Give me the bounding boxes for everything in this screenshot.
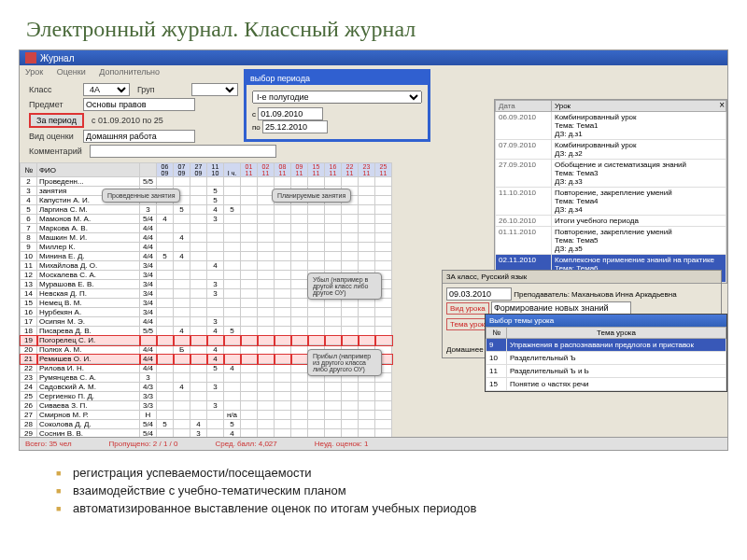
comment-input[interactable] xyxy=(90,145,276,158)
lessons-panel: × ДатаУрок 06.09.2010Комбинированный уро… xyxy=(494,99,727,284)
status-total: Всего: 35 чел xyxy=(25,440,72,448)
date-header: Дата xyxy=(496,101,552,112)
topic-dialog-title: Выбор темы урока xyxy=(486,315,726,327)
to-date[interactable] xyxy=(262,120,328,133)
comment-label: Комментарий xyxy=(29,147,82,156)
bullet: взаимодействие с учебно-тематическим пла… xyxy=(56,482,691,499)
table-row[interactable]: 24Садовский А. М.4/343 xyxy=(21,383,392,392)
topic-row[interactable]: 9Упражнения в распознавании предлогов и … xyxy=(486,339,726,352)
to-label: по xyxy=(252,123,261,132)
menu-item[interactable]: Дополнительно xyxy=(99,67,160,77)
period-text: с 01.09.2010 по 25 xyxy=(92,116,163,125)
subject-label: Предмет xyxy=(29,100,76,109)
lesson-row[interactable]: 27.09.2010Обобщение и систематизация зна… xyxy=(496,160,726,188)
period-button[interactable]: За период xyxy=(29,113,84,128)
group-label: Груп xyxy=(137,85,184,94)
window-title: Журнал xyxy=(40,53,75,63)
table-row[interactable]: 11Михайлова Д. О.3/44 xyxy=(21,261,392,271)
lesson-row[interactable]: 06.09.2010Комбинированный урок Тема: Тем… xyxy=(496,112,726,140)
slide-title: Электронный журнал. Классный журнал xyxy=(0,0,747,49)
table-row[interactable]: 15Немец В. М.3/4 xyxy=(21,299,392,308)
titlebar: Журнал xyxy=(20,50,727,65)
callout-planned: Планируемые занятия xyxy=(272,189,351,203)
callout-done: Проведенные занятия xyxy=(102,189,180,203)
lesson-row[interactable]: 07.09.2010Комбинированный урок ДЗ: д.з2 xyxy=(496,140,726,160)
table-row[interactable]: 10Минина Е. Д.4/454 xyxy=(21,252,392,261)
table-row[interactable]: 27Смирнов М. Р.Нн/а xyxy=(21,411,392,420)
status-avg: Сред. балл: 4,027 xyxy=(215,440,276,448)
lesson-date[interactable] xyxy=(446,287,512,301)
table-row[interactable]: 19Погорелец С. И. xyxy=(21,336,392,345)
class-label: Класс xyxy=(29,85,76,94)
gradetype-label: Вид оценки xyxy=(29,132,76,141)
topic-row[interactable]: 10Разделительный Ъ xyxy=(486,352,726,365)
status-missed: Пропущено: 2 / 1 / 0 xyxy=(109,440,178,448)
from-label: с xyxy=(252,110,256,119)
lesson-edit-header: 3А класс, Русский язык xyxy=(443,271,721,284)
lessontype-label: Вид урока xyxy=(446,302,489,315)
lesson-header: Урок xyxy=(552,101,726,112)
group-select[interactable] xyxy=(191,83,238,96)
teacher-label: Преподаватель: xyxy=(514,290,570,299)
table-row[interactable]: 25Сергиенко П. Д.3/3 xyxy=(21,392,392,401)
period-select[interactable]: I-е полугодие xyxy=(252,91,422,104)
callout-arrived: Прибыл (например из другого класса либо … xyxy=(307,349,382,376)
close-icon[interactable]: × xyxy=(719,100,725,110)
class-select[interactable]: 4А xyxy=(83,83,130,96)
topic-dialog: Выбор темы урока №Тема урока 9Упражнения… xyxy=(485,314,727,392)
table-row[interactable]: 5Ларгина С. М.3545 xyxy=(21,205,392,215)
lesson-row[interactable]: 11.10.2010Повторение, закрепление умений… xyxy=(496,188,726,216)
table-row[interactable]: 26Сиваева З. П.3/33 xyxy=(21,401,392,411)
subject-input[interactable] xyxy=(83,98,195,111)
table-row[interactable]: 17Осипян М. Э.4/43 xyxy=(21,317,392,327)
topic-hdr: Тема урока xyxy=(507,328,726,339)
lessontype-input[interactable] xyxy=(491,301,631,315)
gradetype-input[interactable] xyxy=(83,130,195,143)
bullet: регистрация успеваемости/посещаемости xyxy=(56,464,691,482)
table-row[interactable]: 18Писарева Д. В.5/5445 xyxy=(21,327,392,336)
table-row[interactable]: 8Машкин М. И.4/44 xyxy=(21,233,392,243)
from-date[interactable] xyxy=(258,107,323,120)
grades-table[interactable]: №ФИО0609070927091110I ч.0111021108110911… xyxy=(20,162,392,451)
status-bad: Неуд. оценок: 1 xyxy=(315,440,369,448)
lesson-row[interactable]: 01.11.2010Повторение, закрепление умений… xyxy=(496,227,726,255)
status-bar: Всего: 35 чел Пропущено: 2 / 1 / 0 Сред.… xyxy=(20,437,727,450)
topic-num-hdr: № xyxy=(486,328,507,339)
table-row[interactable]: 7Маркова А. В.4/4 xyxy=(21,224,392,233)
table-row[interactable]: 16Нурбекян А.3/4 xyxy=(21,308,392,317)
lesson-row[interactable]: 26.10.2010Итоги учебного периода xyxy=(496,216,726,227)
app-window: Журнал Урок Оценки Дополнительно Класс 4… xyxy=(19,49,728,451)
period-dialog-title: выбор периода xyxy=(247,72,428,85)
table-row[interactable]: 2Проведенн...5/5 xyxy=(21,177,392,187)
table-row[interactable]: 9Миллер К.4/4 xyxy=(21,243,392,252)
period-dialog: выбор периода I-е полугодие с по xyxy=(244,69,430,142)
topic-row[interactable]: 11Разделительный Ъ и Ь xyxy=(486,365,726,378)
table-row[interactable]: 28Соколова Д. Д.5/4545 xyxy=(21,420,392,429)
app-icon xyxy=(25,52,36,63)
teacher-name: Маханькова Инна Аркадьевна xyxy=(571,290,677,299)
menu-item[interactable]: Оценки xyxy=(57,67,86,77)
menu-item[interactable]: Урок xyxy=(25,67,43,77)
bullet-list: регистрация успеваемости/посещаемости вз… xyxy=(0,451,747,530)
bullet: автоматизированное выставление оценок по… xyxy=(56,499,691,517)
callout-left: Убыл (например в другой класс либо друго… xyxy=(307,273,382,300)
table-row[interactable]: 6Мамонов М. А.5/443 xyxy=(21,215,392,224)
topic-row[interactable]: 15Понятие о частях речи xyxy=(486,378,726,391)
